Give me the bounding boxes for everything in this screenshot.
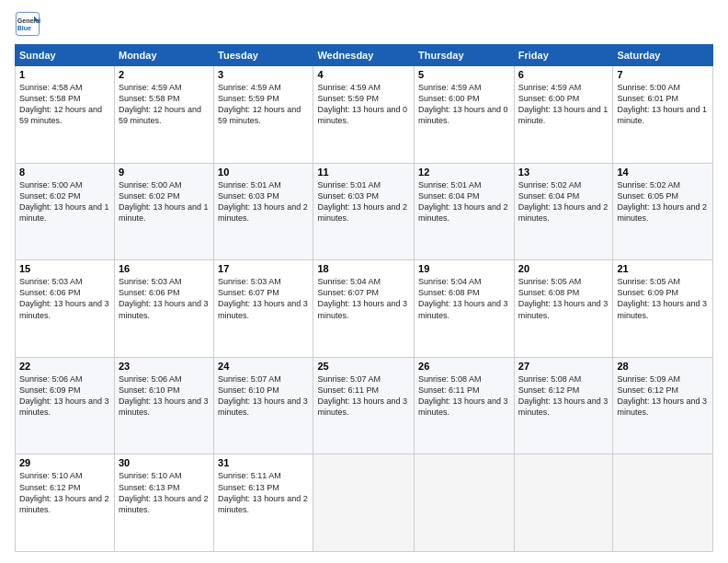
day-number: 27 (518, 361, 609, 372)
day-number: 10 (218, 167, 309, 178)
col-header-saturday: Saturday (613, 45, 713, 66)
day-content: Sunrise: 4:59 AMSunset: 6:00 PMDaylight:… (518, 82, 609, 127)
day-content: Sunrise: 5:05 AMSunset: 6:08 PMDaylight:… (518, 276, 609, 321)
calendar-cell: 20Sunrise: 5:05 AMSunset: 6:08 PMDayligh… (514, 260, 613, 358)
day-content: Sunrise: 5:10 AMSunset: 6:13 PMDaylight:… (119, 470, 210, 515)
calendar-cell: 13Sunrise: 5:02 AMSunset: 6:04 PMDayligh… (514, 163, 613, 260)
calendar-cell: 4Sunrise: 4:59 AMSunset: 5:59 PMDaylight… (313, 66, 415, 164)
calendar-cell: 28Sunrise: 5:09 AMSunset: 6:12 PMDayligh… (613, 357, 713, 454)
day-number: 13 (518, 167, 609, 178)
calendar-cell: 6Sunrise: 4:59 AMSunset: 6:00 PMDaylight… (514, 66, 613, 164)
day-content: Sunrise: 4:59 AMSunset: 6:00 PMDaylight:… (418, 82, 510, 127)
col-header-wednesday: Wednesday (313, 45, 415, 66)
day-content: Sunrise: 5:01 AMSunset: 6:04 PMDaylight:… (418, 179, 510, 224)
day-content: Sunrise: 5:01 AMSunset: 6:03 PMDaylight:… (317, 179, 410, 224)
calendar-cell: 10Sunrise: 5:01 AMSunset: 6:03 PMDayligh… (214, 163, 313, 260)
day-number: 28 (617, 361, 709, 372)
calendar-cell (313, 454, 415, 552)
calendar-cell: 26Sunrise: 5:08 AMSunset: 6:11 PMDayligh… (415, 357, 515, 454)
day-content: Sunrise: 4:59 AMSunset: 5:58 PMDaylight:… (119, 82, 210, 127)
day-number: 16 (119, 263, 210, 274)
calendar-cell: 11Sunrise: 5:01 AMSunset: 6:03 PMDayligh… (313, 163, 415, 260)
day-content: Sunrise: 5:00 AMSunset: 6:01 PMDaylight:… (617, 82, 709, 127)
day-content: Sunrise: 5:10 AMSunset: 6:12 PMDaylight:… (19, 470, 110, 515)
calendar-cell: 18Sunrise: 5:04 AMSunset: 6:07 PMDayligh… (313, 260, 415, 358)
col-header-thursday: Thursday (415, 45, 515, 66)
day-content: Sunrise: 5:04 AMSunset: 6:08 PMDaylight:… (418, 276, 510, 321)
day-number: 6 (518, 69, 609, 80)
calendar-cell (514, 454, 613, 552)
day-number: 9 (119, 167, 210, 178)
day-content: Sunrise: 5:03 AMSunset: 6:07 PMDaylight:… (218, 276, 309, 321)
day-number: 17 (218, 263, 309, 274)
calendar-cell: 31Sunrise: 5:11 AMSunset: 6:13 PMDayligh… (214, 454, 313, 552)
day-content: Sunrise: 5:05 AMSunset: 6:09 PMDaylight:… (617, 276, 709, 321)
calendar-cell: 29Sunrise: 5:10 AMSunset: 6:12 PMDayligh… (16, 454, 115, 552)
day-number: 11 (317, 167, 410, 178)
day-content: Sunrise: 5:11 AMSunset: 6:13 PMDaylight:… (218, 470, 309, 515)
day-number: 8 (19, 167, 110, 178)
day-content: Sunrise: 5:07 AMSunset: 6:10 PMDaylight:… (218, 373, 309, 419)
calendar-cell: 9Sunrise: 5:00 AMSunset: 6:02 PMDaylight… (114, 163, 213, 260)
day-content: Sunrise: 5:09 AMSunset: 6:12 PMDaylight:… (617, 373, 709, 419)
day-content: Sunrise: 5:00 AMSunset: 6:02 PMDaylight:… (119, 179, 210, 224)
day-number: 22 (19, 361, 110, 372)
day-number: 18 (317, 263, 410, 274)
calendar-cell: 15Sunrise: 5:03 AMSunset: 6:06 PMDayligh… (16, 260, 115, 358)
calendar-cell: 12Sunrise: 5:01 AMSunset: 6:04 PMDayligh… (415, 163, 515, 260)
calendar-table: SundayMondayTuesdayWednesdayThursdayFrid… (15, 44, 713, 552)
calendar-cell (613, 454, 713, 552)
calendar-cell: 30Sunrise: 5:10 AMSunset: 6:13 PMDayligh… (114, 454, 213, 552)
day-number: 23 (119, 361, 210, 372)
day-content: Sunrise: 5:07 AMSunset: 6:11 PMDaylight:… (317, 373, 410, 419)
svg-text:Blue: Blue (17, 25, 31, 31)
day-number: 26 (418, 361, 510, 372)
day-content: Sunrise: 5:00 AMSunset: 6:02 PMDaylight:… (19, 179, 110, 224)
calendar-cell: 27Sunrise: 5:08 AMSunset: 6:12 PMDayligh… (514, 357, 613, 454)
day-number: 20 (518, 263, 609, 274)
col-header-sunday: Sunday (16, 45, 115, 66)
calendar-cell: 19Sunrise: 5:04 AMSunset: 6:08 PMDayligh… (415, 260, 515, 358)
day-number: 24 (218, 361, 309, 372)
day-content: Sunrise: 5:06 AMSunset: 6:10 PMDaylight:… (119, 373, 210, 419)
day-content: Sunrise: 5:02 AMSunset: 6:05 PMDaylight:… (617, 179, 709, 224)
day-number: 15 (19, 263, 110, 274)
day-number: 1 (19, 69, 110, 80)
day-content: Sunrise: 5:03 AMSunset: 6:06 PMDaylight:… (19, 276, 110, 321)
day-content: Sunrise: 5:02 AMSunset: 6:04 PMDaylight:… (518, 179, 609, 224)
day-number: 14 (617, 167, 709, 178)
day-number: 3 (218, 69, 309, 80)
logo: General Blue (15, 11, 40, 37)
day-number: 2 (119, 69, 210, 80)
logo-icon: General Blue (15, 11, 40, 37)
day-content: Sunrise: 5:01 AMSunset: 6:03 PMDaylight:… (218, 179, 309, 224)
day-number: 29 (19, 457, 110, 468)
calendar-cell (415, 454, 515, 552)
day-number: 5 (418, 69, 510, 80)
col-header-friday: Friday (514, 45, 613, 66)
col-header-monday: Monday (114, 45, 213, 66)
page-header: General Blue (15, 11, 713, 37)
day-content: Sunrise: 4:58 AMSunset: 5:58 PMDaylight:… (19, 82, 110, 127)
calendar-cell: 22Sunrise: 5:06 AMSunset: 6:09 PMDayligh… (16, 357, 115, 454)
calendar-cell: 1Sunrise: 4:58 AMSunset: 5:58 PMDaylight… (16, 66, 115, 164)
calendar-cell: 3Sunrise: 4:59 AMSunset: 5:59 PMDaylight… (214, 66, 313, 164)
day-content: Sunrise: 5:08 AMSunset: 6:12 PMDaylight:… (518, 373, 609, 419)
day-number: 25 (317, 361, 410, 372)
day-number: 19 (418, 263, 510, 274)
calendar-cell: 17Sunrise: 5:03 AMSunset: 6:07 PMDayligh… (214, 260, 313, 358)
day-content: Sunrise: 5:03 AMSunset: 6:06 PMDaylight:… (119, 276, 210, 321)
calendar-cell: 14Sunrise: 5:02 AMSunset: 6:05 PMDayligh… (613, 163, 713, 260)
calendar-cell: 21Sunrise: 5:05 AMSunset: 6:09 PMDayligh… (613, 260, 713, 358)
calendar-cell: 25Sunrise: 5:07 AMSunset: 6:11 PMDayligh… (313, 357, 415, 454)
day-content: Sunrise: 4:59 AMSunset: 5:59 PMDaylight:… (317, 82, 410, 127)
day-content: Sunrise: 4:59 AMSunset: 5:59 PMDaylight:… (218, 82, 309, 127)
day-content: Sunrise: 5:04 AMSunset: 6:07 PMDaylight:… (317, 276, 410, 321)
calendar-cell: 7Sunrise: 5:00 AMSunset: 6:01 PMDaylight… (613, 66, 713, 164)
day-number: 21 (617, 263, 709, 274)
day-number: 7 (617, 69, 709, 80)
calendar-cell: 16Sunrise: 5:03 AMSunset: 6:06 PMDayligh… (114, 260, 213, 358)
calendar-cell: 2Sunrise: 4:59 AMSunset: 5:58 PMDaylight… (114, 66, 213, 164)
day-number: 4 (317, 69, 410, 80)
svg-rect-0 (16, 12, 39, 35)
